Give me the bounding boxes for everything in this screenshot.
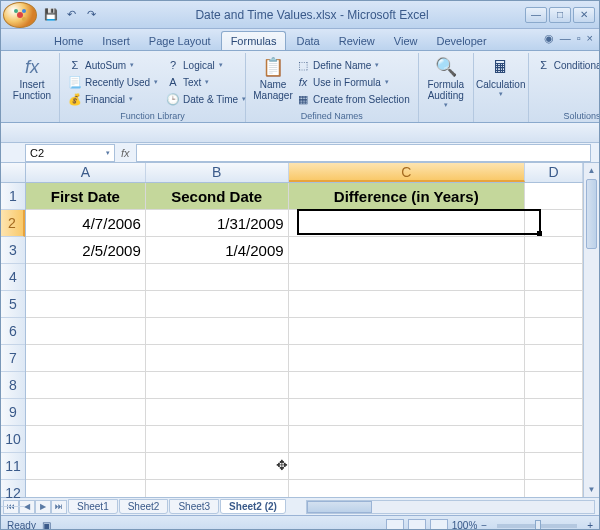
tab-developer[interactable]: Developer [427, 32, 495, 50]
cell[interactable]: First Date [26, 183, 146, 210]
cells-area[interactable]: First DateSecond DateDifference (in Year… [26, 183, 583, 497]
cell[interactable] [26, 399, 146, 426]
tab-page-layout[interactable]: Page Layout [140, 32, 220, 50]
cell[interactable] [26, 480, 146, 497]
cell[interactable] [26, 453, 146, 480]
restore-window-icon[interactable]: ▫ [577, 32, 581, 45]
cell[interactable]: 1/4/2009 [146, 237, 289, 264]
recently-used-button[interactable]: 📃Recently Used▾ [66, 74, 160, 90]
vertical-scrollbar[interactable]: ▲ ▼ [583, 163, 599, 497]
cell[interactable] [525, 453, 583, 480]
zoom-level[interactable]: 100% [452, 520, 478, 530]
zoom-out-button[interactable]: − [481, 520, 487, 530]
cell[interactable] [26, 264, 146, 291]
cell[interactable] [525, 183, 583, 210]
chevron-down-icon[interactable]: ▾ [106, 149, 110, 157]
row-header[interactable]: 6 [1, 318, 25, 345]
row-header[interactable]: 5 [1, 291, 25, 318]
cell[interactable] [525, 264, 583, 291]
cell[interactable] [289, 453, 525, 480]
cell[interactable] [146, 345, 289, 372]
formula-auditing-button[interactable]: 🔍 Formula Auditing▾ [425, 55, 467, 109]
horizontal-scrollbar[interactable] [306, 500, 595, 514]
cell[interactable] [525, 210, 583, 237]
tab-data[interactable]: Data [287, 32, 328, 50]
sheet-tab[interactable]: Sheet2 [119, 499, 169, 514]
name-manager-button[interactable]: 📋 Name Manager [252, 55, 294, 107]
macro-icon[interactable]: ▣ [42, 520, 51, 530]
cell[interactable] [26, 345, 146, 372]
cell[interactable] [289, 237, 525, 264]
cell[interactable] [289, 399, 525, 426]
cell[interactable] [525, 399, 583, 426]
minimize-button[interactable]: — [525, 7, 547, 23]
cell[interactable] [525, 291, 583, 318]
sheet-nav-next[interactable]: ▶ [35, 500, 51, 514]
cell[interactable] [289, 345, 525, 372]
formula-input[interactable] [136, 144, 591, 162]
autosum-button[interactable]: ΣAutoSum▾ [66, 57, 160, 73]
tab-view[interactable]: View [385, 32, 427, 50]
cell[interactable] [289, 426, 525, 453]
cell[interactable] [146, 453, 289, 480]
column-header[interactable]: B [146, 163, 289, 182]
sheet-tab[interactable]: Sheet3 [169, 499, 219, 514]
cell[interactable] [26, 318, 146, 345]
cell[interactable] [146, 291, 289, 318]
cell[interactable] [525, 318, 583, 345]
tab-insert[interactable]: Insert [93, 32, 139, 50]
tab-home[interactable]: Home [45, 32, 92, 50]
zoom-slider[interactable] [497, 524, 577, 528]
cell[interactable] [289, 372, 525, 399]
cell[interactable] [289, 318, 525, 345]
cell[interactable] [146, 426, 289, 453]
sheet-tab[interactable]: Sheet2 (2) [220, 499, 286, 514]
redo-icon[interactable]: ↷ [83, 7, 99, 23]
cell[interactable] [525, 372, 583, 399]
cell[interactable] [525, 426, 583, 453]
column-header[interactable]: C [289, 163, 525, 182]
row-header[interactable]: 8 [1, 372, 25, 399]
cell[interactable] [289, 264, 525, 291]
cell[interactable] [26, 426, 146, 453]
column-header[interactable]: D [525, 163, 583, 182]
cell[interactable] [289, 291, 525, 318]
save-icon[interactable]: 💾 [43, 7, 59, 23]
row-header[interactable]: 1 [1, 183, 25, 210]
sheet-tab[interactable]: Sheet1 [68, 499, 118, 514]
tab-formulas[interactable]: Formulas [221, 31, 287, 50]
define-name-button[interactable]: ⬚Define Name▾ [294, 57, 412, 73]
tab-review[interactable]: Review [330, 32, 384, 50]
cell[interactable]: Second Date [146, 183, 289, 210]
close-button[interactable]: ✕ [573, 7, 595, 23]
row-header[interactable]: 7 [1, 345, 25, 372]
normal-view-button[interactable] [386, 519, 404, 531]
scroll-thumb[interactable] [586, 179, 597, 249]
cell[interactable] [26, 372, 146, 399]
conditional-sum-button[interactable]: ΣConditional Sum [535, 57, 600, 73]
close-workbook-icon[interactable]: × [587, 32, 593, 45]
minimize-ribbon-icon[interactable]: — [560, 32, 571, 45]
help-icon[interactable]: ◉ [544, 32, 554, 45]
create-from-selection-button[interactable]: ▦Create from Selection [294, 91, 412, 107]
logical-button[interactable]: ?Logical▾ [164, 57, 248, 73]
cell[interactable] [525, 345, 583, 372]
scroll-thumb[interactable] [307, 501, 372, 513]
use-in-formula-button[interactable]: fxUse in Formula▾ [294, 74, 412, 90]
cell[interactable] [146, 399, 289, 426]
cell[interactable] [146, 372, 289, 399]
cell[interactable]: 2/5/2009 [26, 237, 146, 264]
sheet-nav-last[interactable]: ⏭ [51, 500, 67, 514]
row-header[interactable]: 4 [1, 264, 25, 291]
calculation-button[interactable]: 🖩 Calculation▾ [480, 55, 522, 98]
cell[interactable] [26, 291, 146, 318]
cell[interactable] [525, 237, 583, 264]
fx-icon[interactable]: fx [121, 147, 130, 159]
financial-button[interactable]: 💰Financial▾ [66, 91, 160, 107]
text-button[interactable]: AText▾ [164, 74, 248, 90]
office-button[interactable] [3, 2, 37, 28]
scroll-up-icon[interactable]: ▲ [584, 163, 599, 178]
cell[interactable] [146, 480, 289, 497]
cell[interactable] [289, 210, 525, 237]
maximize-button[interactable]: □ [549, 7, 571, 23]
